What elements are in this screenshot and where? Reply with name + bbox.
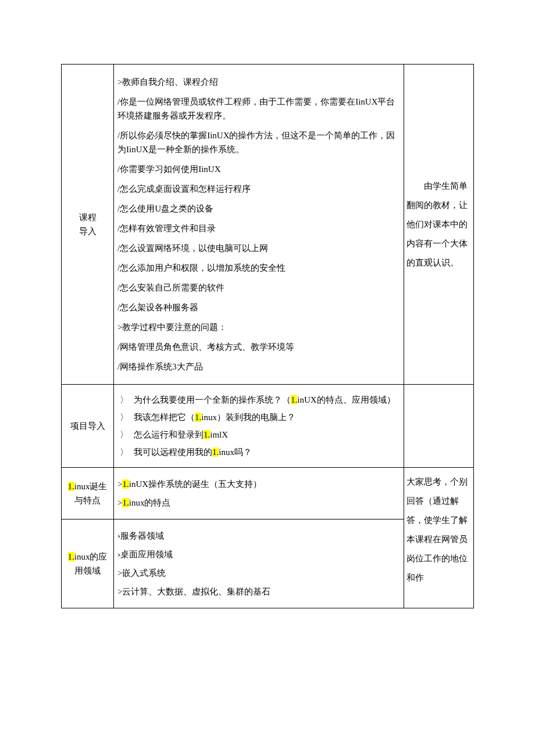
bullet-item: 〉 为什么我要使用一个全新的操作系统？（1.inUX的特点、应用领域） bbox=[117, 393, 400, 407]
content-line: >教师自我介绍、课程介绍 bbox=[117, 75, 400, 89]
row-note-intro: 由学生简单翻阅的教材，让他们对课本中的内容有一个大体的直观认识。 bbox=[404, 65, 474, 385]
row-content-birth: >1.inUX操作系统的诞生（五大支持） >1.inux的特点 bbox=[114, 468, 404, 519]
content-line: /网络操作系统3大产品 bbox=[117, 360, 400, 374]
content-line: /怎样有效管理文件和目录 bbox=[117, 221, 400, 235]
bullet-item: 〉 我该怎样把它（1.inux）装到我的电脑上？ bbox=[117, 410, 400, 424]
bullet-item: 〉 我可以远程使用我的1.inux吗？ bbox=[117, 445, 400, 459]
bullet-text: 我可以远程使用我的1.inux吗？ bbox=[134, 445, 400, 459]
content-line: /怎么设置网络环境，以使电脑可以上网 bbox=[117, 241, 400, 255]
row-label-domain: 1.inux的应用领域 bbox=[62, 519, 114, 608]
angle-right-icon: 〉 bbox=[117, 428, 134, 442]
content-line: /网络管理员角色意识、考核方式、教学环境等 bbox=[117, 340, 400, 354]
row-label-birth: 1.inux诞生与特点 bbox=[62, 468, 114, 519]
content-line: ›服务器领域 bbox=[117, 529, 400, 543]
row-label-project: 项目导入 bbox=[62, 385, 114, 468]
content-line: >1.inUX操作系统的诞生（五大支持） bbox=[117, 477, 400, 491]
content-line: /怎么使用U盘之类的设备 bbox=[117, 202, 400, 216]
bullet-text: 我该怎样把它（1.inux）装到我的电脑上？ bbox=[134, 410, 400, 424]
label-text: 项目导入 bbox=[70, 421, 105, 431]
content-line: >教学过程中要注意的问题： bbox=[117, 320, 400, 334]
content-line: /你需要学习如何使用IinUX bbox=[117, 162, 400, 176]
label-text: inux的应用领域 bbox=[74, 552, 108, 575]
row-note-think: 大家思考，个别回答（通过解答，使学生了解本课程在网管员岗位工作的地位和作 bbox=[404, 468, 474, 608]
row-content-intro: >教师自我介绍、课程介绍 /你是一位网络管理员或软件工程师，由于工作需要，你需要… bbox=[114, 65, 404, 385]
highlight: 1. bbox=[122, 498, 129, 507]
row-note-project bbox=[404, 385, 474, 468]
lesson-plan-table: 课程 导入 >教师自我介绍、课程介绍 /你是一位网络管理员或软件工程师，由于工作… bbox=[61, 64, 474, 608]
content-line: /怎么架设各种服务器 bbox=[117, 300, 400, 314]
highlight: 1. bbox=[122, 479, 129, 489]
content-line: /所以你必须尽快的掌握IinUX的操作方法，但这不是一个简单的工作，因为IinU… bbox=[117, 128, 400, 156]
row-content-project: 〉 为什么我要使用一个全新的操作系统？（1.inUX的特点、应用领域） 〉 我该… bbox=[114, 385, 404, 468]
content-line: ›桌面应用领域 bbox=[117, 547, 400, 561]
label-text: inux诞生与特点 bbox=[74, 482, 108, 505]
table-row: 1.inux诞生与特点 >1.inUX操作系统的诞生（五大支持） >1.inux… bbox=[62, 468, 474, 519]
angle-right-icon: 〉 bbox=[117, 445, 134, 459]
row-content-domain: ›服务器领域 ›桌面应用领域 >嵌入式系统 >云计算、大数据、虚拟化、集群的基石 bbox=[114, 519, 404, 608]
content-line: /怎么完成桌面设置和怎样运行程序 bbox=[117, 182, 400, 196]
note-text: 由学生简单翻阅的教材，让他们对课本中的内容有一个大体的直观认识。 bbox=[406, 177, 471, 273]
table-row: 课程 导入 >教师自我介绍、课程介绍 /你是一位网络管理员或软件工程师，由于工作… bbox=[62, 65, 474, 385]
highlight: 1. bbox=[291, 395, 297, 404]
bullet-text: 为什么我要使用一个全新的操作系统？（1.inUX的特点、应用领域） bbox=[134, 393, 400, 407]
label-text: 课程 bbox=[65, 210, 110, 224]
content-line: /怎么添加用户和权限，以增加系统的安全性 bbox=[117, 261, 400, 275]
highlight: 1. bbox=[195, 413, 201, 422]
content-line: >嵌入式系统 bbox=[117, 566, 400, 580]
angle-right-icon: 〉 bbox=[117, 410, 134, 424]
content-line: /怎么安装自己所需要的软件 bbox=[117, 281, 400, 295]
angle-right-icon: 〉 bbox=[117, 393, 134, 407]
content-line: >云计算、大数据、虚拟化、集群的基石 bbox=[117, 585, 400, 599]
highlight: 1. bbox=[68, 482, 74, 491]
highlight: 1. bbox=[204, 430, 210, 439]
highlight: 1. bbox=[68, 552, 74, 561]
bullet-item: 〉 怎么运行和登录到1.imlX bbox=[117, 428, 400, 442]
label-text: 导入 bbox=[65, 224, 110, 238]
row-label-intro: 课程 导入 bbox=[62, 65, 114, 385]
bullet-text: 怎么运行和登录到1.imlX bbox=[134, 428, 400, 442]
highlight: 1. bbox=[212, 447, 219, 457]
content-line: /你是一位网络管理员或软件工程师，由于工作需要，你需要在IinUX平台环境搭建服… bbox=[117, 95, 400, 123]
note-text: 大家思考，个别回答（通过解答，使学生了解本课程在网管员岗位工作的地位和作 bbox=[406, 472, 471, 587]
content-line: >1.inux的特点 bbox=[117, 496, 400, 510]
table-row: 项目导入 〉 为什么我要使用一个全新的操作系统？（1.inUX的特点、应用领域）… bbox=[62, 385, 474, 468]
